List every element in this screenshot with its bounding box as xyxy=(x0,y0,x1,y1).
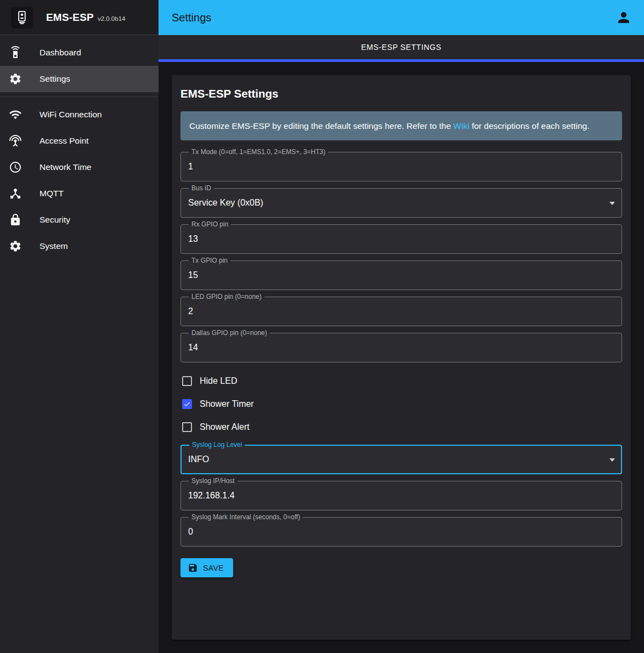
field-value: INFO xyxy=(180,445,606,464)
checkbox-hide-led[interactable]: Hide LED xyxy=(180,370,622,393)
field-value: 14 xyxy=(180,333,606,353)
lock-icon xyxy=(9,213,22,226)
sidebar-item-network-time[interactable]: Network Time xyxy=(0,154,159,180)
sidebar-item-label: System xyxy=(39,241,68,251)
dropdown-arrow-icon xyxy=(609,202,615,205)
sidebar-item-mqtt[interactable]: MQTT xyxy=(0,180,159,207)
wifi-icon xyxy=(9,108,22,121)
info-banner: Customize EMS-ESP by editing the default… xyxy=(180,111,622,140)
save-icon xyxy=(188,563,198,573)
sidebar-item-label: Security xyxy=(39,215,70,225)
field-syslog-mark-interval[interactable]: Syslog Mark Interval (seconds, 0=off) 0 xyxy=(180,518,622,547)
checkbox-label: Shower Alert xyxy=(200,422,250,432)
sidebar: EMS-ESP v2.0.0b14 Dashboard Settings xyxy=(0,0,159,653)
checkbox-checked-icon[interactable] xyxy=(182,399,192,409)
appbar: Settings xyxy=(159,0,644,35)
settings-card: EMS-ESP Settings Customize EMS-ESP by ed… xyxy=(172,75,631,640)
sidebar-item-access-point[interactable]: Access Point xyxy=(0,128,159,154)
sidebar-item-label: WiFi Connection xyxy=(39,110,102,120)
info-text-before: Customize EMS-ESP by editing the default… xyxy=(189,121,453,130)
sidebar-divider xyxy=(0,96,159,97)
sidebar-nav: Dashboard Settings WiFi Connection A xyxy=(0,35,159,264)
checkbox-unchecked-icon[interactable] xyxy=(182,376,192,386)
save-button[interactable]: SAVE xyxy=(180,558,233,577)
field-value: 1 xyxy=(180,152,606,172)
checkbox-label: Shower Timer xyxy=(200,399,254,409)
field-dallas-gpio[interactable]: Dallas GPIO pin (0=none) 14 xyxy=(180,333,622,362)
sidebar-item-label: Access Point xyxy=(39,136,89,146)
dropdown-arrow-icon xyxy=(609,458,615,462)
gear-icon xyxy=(9,72,22,86)
field-value: 192.168.1.4 xyxy=(180,481,606,501)
field-tx-gpio[interactable]: Tx GPIO pin 15 xyxy=(180,261,622,290)
tab-label: EMS-ESP SETTINGS xyxy=(361,43,441,52)
sidebar-item-system[interactable]: System xyxy=(0,233,159,259)
field-bus-id[interactable]: Bus ID Service Key (0x0B) xyxy=(180,189,622,218)
sidebar-header: EMS-ESP v2.0.0b14 xyxy=(0,0,159,35)
card-title: EMS-ESP Settings xyxy=(180,87,622,100)
tabbar: EMS-ESP SETTINGS xyxy=(159,35,644,62)
field-value: 0 xyxy=(180,518,606,537)
app-logo-icon xyxy=(11,7,33,29)
tab-indicator xyxy=(159,59,644,62)
clock-icon xyxy=(9,161,22,174)
sidebar-item-label: Dashboard xyxy=(39,48,81,58)
app-version: v2.0.0b14 xyxy=(98,13,126,22)
field-syslog-level[interactable]: Syslog Log Level INFO xyxy=(180,445,622,474)
wiki-link[interactable]: Wiki xyxy=(453,121,469,130)
field-value: 13 xyxy=(180,225,606,244)
gear-icon xyxy=(9,240,22,253)
app-root: EMS-ESP v2.0.0b14 Dashboard Settings xyxy=(0,0,644,653)
app-name: EMS-ESP xyxy=(46,12,94,24)
account-icon[interactable] xyxy=(615,9,632,26)
page-title: Settings xyxy=(172,12,615,24)
field-value: 15 xyxy=(180,261,606,280)
field-tx-mode[interactable]: Tx Mode (0=off, 1=EMS1.0, 2=EMS+, 3=HT3)… xyxy=(180,152,622,181)
save-button-label: SAVE xyxy=(203,564,224,572)
sidebar-item-label: Settings xyxy=(39,74,70,84)
sidebar-item-wifi-connection[interactable]: WiFi Connection xyxy=(0,101,159,128)
checkbox-label: Hide LED xyxy=(200,376,237,386)
checkbox-shower-timer[interactable]: Shower Timer xyxy=(180,393,622,416)
field-value: Service Key (0x0B) xyxy=(180,189,606,208)
sidebar-item-label: Network Time xyxy=(39,162,92,172)
hub-icon xyxy=(9,187,22,200)
sidebar-item-security[interactable]: Security xyxy=(0,207,159,233)
remote-icon xyxy=(9,46,22,59)
field-syslog-host[interactable]: Syslog IP/Host 192.168.1.4 xyxy=(180,481,622,510)
sidebar-item-label: MQTT xyxy=(39,189,64,198)
main-area: Settings EMS-ESP SETTINGS EMS-ESP Settin… xyxy=(159,0,644,653)
info-text-after: for descriptions of each setting. xyxy=(470,121,590,130)
tab-ems-esp-settings[interactable]: EMS-ESP SETTINGS xyxy=(159,35,644,62)
sidebar-item-dashboard[interactable]: Dashboard xyxy=(0,39,159,66)
content: EMS-ESP Settings Customize EMS-ESP by ed… xyxy=(159,62,644,653)
sidebar-item-settings[interactable]: Settings xyxy=(0,66,159,92)
field-value: 2 xyxy=(180,297,606,316)
field-rx-gpio[interactable]: Rx GPIO pin 13 xyxy=(180,225,622,254)
antenna-icon xyxy=(9,134,22,147)
field-led-gpio[interactable]: LED GPIO pin (0=none) 2 xyxy=(180,297,622,326)
checkbox-shower-alert[interactable]: Shower Alert xyxy=(180,416,622,439)
checkbox-unchecked-icon[interactable] xyxy=(182,422,192,432)
